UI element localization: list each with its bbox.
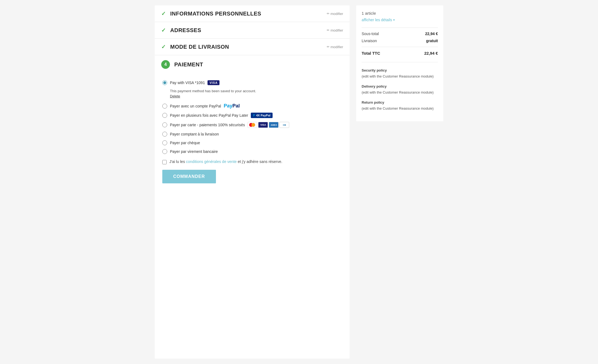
page-wrapper: ✓ INFORMATIONS PERSONNELLES ✏ modifier ✓…	[149, 0, 449, 364]
paypal-label[interactable]: Payer avec un compte PayPal PayPal	[170, 103, 240, 109]
saved-payment-info: This payment method has been saved to yo…	[170, 89, 342, 98]
payment-option-visa-saved: Pay with VISA *1091 VISA	[162, 80, 342, 85]
pencil-icon-2: ✏	[327, 28, 329, 32]
paylater-label[interactable]: Payer en plusieurs fois avec PayPal Pay …	[170, 113, 273, 118]
step-title-2: ADRESSES	[170, 27, 327, 33]
visa-saved-label[interactable]: Pay with VISA *1091 VISA	[170, 80, 219, 85]
payment-option-virement: Payer par virement bancaire	[162, 149, 342, 154]
policy-delivery: Delivery policy (edit with the Customer …	[362, 84, 438, 95]
livraison-value: gratuit	[426, 39, 438, 43]
step-title-3: MODE DE LIVRAISON	[170, 44, 327, 50]
step-title-4: PAIEMENT	[174, 61, 343, 68]
modifier-link-1[interactable]: ✏ modifier	[327, 12, 343, 16]
payment-option-cheque: Payer par chèque	[162, 140, 342, 145]
payment-section: Pay with VISA *1091 VISA This payment me…	[155, 74, 350, 191]
mastercard-icon	[248, 122, 257, 128]
radio-paypal[interactable]	[162, 104, 167, 109]
payment-option-paylater: Payer en plusieurs fois avec PayPal Pay …	[162, 113, 342, 118]
livraison-row: Livraison gratuit	[362, 39, 438, 43]
sidebar-divider-1	[362, 27, 438, 28]
card-icons: VISA AMEX CB	[248, 122, 289, 128]
step-title-1: INFORMATIONS PERSONNELLES	[170, 11, 327, 17]
cb-icon: CB	[279, 122, 289, 128]
radio-cash[interactable]	[162, 132, 167, 137]
policy-security-title: Security policy	[362, 68, 438, 73]
article-count: 1 article	[362, 11, 438, 16]
cash-label[interactable]: Payer comptant à la livraison	[170, 132, 219, 136]
policy-delivery-text: (edit with the Customer Reassurance modu…	[362, 90, 438, 95]
step-paiement: 4 PAIEMENT	[155, 55, 350, 74]
visa-badge: VISA	[208, 80, 219, 85]
chevron-down-icon: ▾	[393, 18, 395, 22]
payment-option-paypal: Payer avec un compte PayPal PayPal	[162, 103, 342, 109]
radio-virement[interactable]	[162, 149, 167, 154]
policy-return-text: (edit with the Customer Reassurance modu…	[362, 106, 438, 111]
policy-return-title: Return policy	[362, 100, 438, 105]
amex-icon: AMEX	[269, 122, 279, 128]
terms-cgv-link[interactable]: conditions générales de vente	[186, 159, 237, 164]
total-value: 22,94 €	[424, 51, 438, 55]
sidebar: 1 article afficher les détails ▾ Sous-to…	[356, 5, 443, 121]
details-link[interactable]: afficher les détails ▾	[362, 18, 438, 22]
step-check-icon-1: ✓	[161, 10, 166, 17]
sous-total-row: Sous-total 22,94 €	[362, 32, 438, 36]
payment-option-cash: Payer comptant à la livraison	[162, 132, 342, 137]
policy-delivery-title: Delivery policy	[362, 84, 438, 89]
cheque-label[interactable]: Payer par chèque	[170, 141, 200, 145]
step-adresses: ✓ ADRESSES ✏ modifier	[155, 22, 350, 39]
modifier-link-3[interactable]: ✏ modifier	[327, 45, 343, 49]
virement-label[interactable]: Payer par virement bancaire	[170, 149, 218, 154]
radio-paylater[interactable]	[162, 113, 167, 118]
main-content: ✓ INFORMATIONS PERSONNELLES ✏ modifier ✓…	[155, 5, 350, 359]
pay-later-badge: P 4X PayPal	[251, 113, 273, 118]
terms-label[interactable]: J'ai lu les conditions générales de vent…	[169, 159, 282, 164]
terms-checkbox[interactable]	[162, 160, 167, 164]
step-check-icon-2: ✓	[161, 27, 166, 33]
total-row: Total TTC 22,94 €	[362, 47, 438, 55]
pencil-icon-3: ✏	[327, 45, 329, 49]
radio-cheque[interactable]	[162, 140, 167, 145]
policy-security: Security policy (edit with the Customer …	[362, 68, 438, 79]
step-check-icon-3: ✓	[161, 44, 166, 50]
delete-link[interactable]: Delete	[170, 94, 342, 98]
sous-total-value: 22,94 €	[425, 32, 438, 36]
commander-button[interactable]: COMMANDER	[162, 170, 216, 183]
total-label: Total TTC	[362, 51, 380, 55]
terms-row: J'ai lu les conditions générales de vent…	[162, 159, 342, 164]
modifier-link-2[interactable]: ✏ modifier	[327, 28, 343, 32]
policy-security-text: (edit with the Customer Reassurance modu…	[362, 74, 438, 79]
sous-total-label: Sous-total	[362, 32, 379, 36]
payment-option-card: Payer par carte - paiements 100% sécuris…	[162, 122, 342, 128]
sidebar-policies: Security policy (edit with the Customer …	[362, 62, 438, 111]
livraison-label: Livraison	[362, 39, 377, 43]
policy-return: Return policy (edit with the Customer Re…	[362, 100, 438, 111]
radio-card[interactable]	[162, 122, 167, 127]
visa-card-icon: VISA	[258, 122, 268, 128]
step-mode-livraison: ✓ MODE DE LIVRAISON ✏ modifier	[155, 39, 350, 55]
pencil-icon-1: ✏	[327, 12, 329, 16]
card-label[interactable]: Payer par carte - paiements 100% sécuris…	[170, 122, 289, 128]
step-number-4: 4	[161, 60, 170, 69]
radio-visa-saved[interactable]	[162, 80, 167, 85]
paypal-badge: PayPal	[224, 103, 240, 109]
step-informations-personnelles: ✓ INFORMATIONS PERSONNELLES ✏ modifier	[155, 5, 350, 22]
